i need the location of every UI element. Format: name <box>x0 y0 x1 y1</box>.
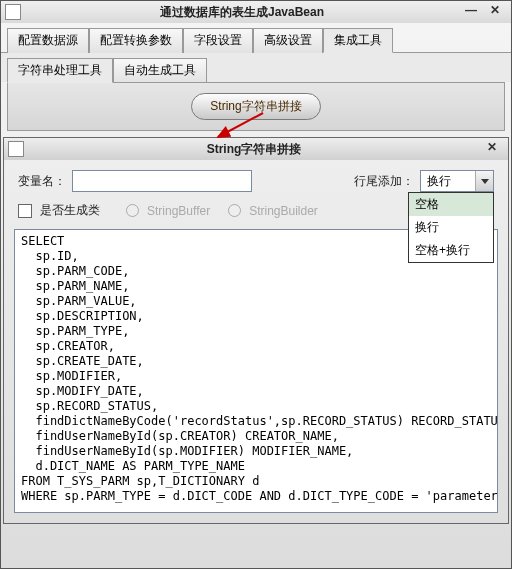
main-tab[interactable]: 集成工具 <box>323 28 393 53</box>
dialog-icon <box>8 141 24 157</box>
main-title: 通过数据库的表生成JavaBean <box>25 4 459 21</box>
dropdown-option[interactable]: 空格+换行 <box>409 239 493 262</box>
stringbuffer-label: StringBuffer <box>147 204 210 218</box>
stringbuilder-label: StringBuilder <box>249 204 318 218</box>
main-tab[interactable]: 配置转换参数 <box>89 28 183 53</box>
close-button[interactable]: ✕ <box>483 3 507 21</box>
main-tabs: 配置数据源配置转换参数字段设置高级设置集成工具 <box>1 23 511 52</box>
app-icon <box>5 4 21 20</box>
main-titlebar: 通过数据库的表生成JavaBean — ✕ <box>1 1 511 23</box>
gen-class-label: 是否生成类 <box>40 202 100 219</box>
gen-class-checkbox[interactable] <box>18 204 32 218</box>
dialog-title: String字符串拼接 <box>28 141 480 158</box>
sub-tab[interactable]: 自动生成工具 <box>113 58 207 83</box>
tail-dropdown: 空格换行空格+换行 <box>408 192 494 263</box>
tool-panel: String字符串拼接 <box>7 82 505 131</box>
tail-label: 行尾添加： <box>354 173 414 190</box>
tail-value: 换行 <box>421 171 475 191</box>
sub-tabs: 字符串处理工具自动生成工具 <box>1 52 511 82</box>
dropdown-option[interactable]: 换行 <box>409 216 493 239</box>
string-concat-button[interactable]: String字符串拼接 <box>191 93 320 120</box>
tail-combo[interactable]: 换行 空格换行空格+换行 <box>420 170 494 192</box>
main-tab[interactable]: 字段设置 <box>183 28 253 53</box>
main-tab[interactable]: 配置数据源 <box>7 28 89 53</box>
minimize-button[interactable]: — <box>459 3 483 21</box>
dropdown-option[interactable]: 空格 <box>409 193 493 216</box>
stringbuffer-radio <box>126 204 139 217</box>
sub-tab[interactable]: 字符串处理工具 <box>7 58 113 83</box>
main-tab[interactable]: 高级设置 <box>253 28 323 53</box>
code-textarea[interactable]: SELECT sp.ID, sp.PARM_CODE, sp.PARM_NAME… <box>14 229 498 513</box>
var-label: 变量名： <box>18 173 66 190</box>
stringbuilder-radio <box>228 204 241 217</box>
dialog-window: String字符串拼接 ✕ 变量名： 行尾添加： 换行 空格换行空格+换行 是否… <box>3 137 509 524</box>
var-input[interactable] <box>72 170 252 192</box>
chevron-down-icon[interactable] <box>475 171 493 191</box>
dialog-close-button[interactable]: ✕ <box>480 140 504 158</box>
